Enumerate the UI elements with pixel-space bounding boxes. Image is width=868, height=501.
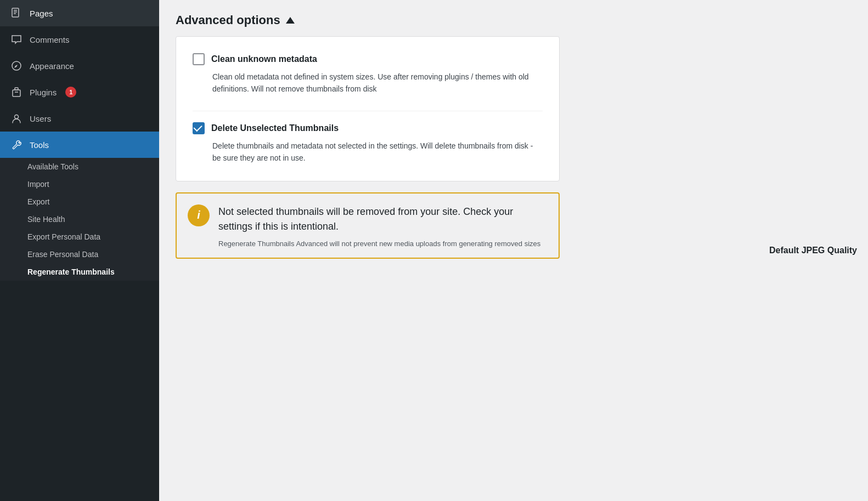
plugins-icon [10,86,23,99]
clean-metadata-description: Clean old metadata not defined in system… [212,71,543,95]
option-delete-thumbnails: Delete Unselected Thumbnails Delete thum… [193,122,543,164]
sidebar-item-tools-label: Tools [30,140,49,150]
warning-box: i Not selected thumbnails will be remove… [176,192,560,259]
section-title: Advanced options [176,13,280,27]
tools-submenu: Available Tools Import Export Site Healt… [0,158,159,281]
sidebar-item-comments[interactable]: Comments [0,26,159,53]
sidebar-item-comments-label: Comments [30,35,70,44]
sidebar: Pages Comments Appearance Plugins 1 User… [0,0,159,501]
plugins-badge: 1 [65,87,76,98]
svg-rect-2 [14,12,17,13]
comments-icon [10,33,23,46]
warning-main-text: Not selected thumbnails will be removed … [218,204,548,234]
submenu-export-personal-data[interactable]: Export Personal Data [0,228,159,246]
submenu-export[interactable]: Export [0,193,159,210]
option-delete-thumbnails-header: Delete Unselected Thumbnails [193,122,543,134]
submenu-erase-personal-data[interactable]: Erase Personal Data [0,246,159,263]
option-clean-metadata-header: Clean unknown metadata [193,53,543,65]
sidebar-item-appearance[interactable]: Appearance [0,53,159,79]
submenu-available-tools[interactable]: Available Tools [0,158,159,175]
pages-icon [10,7,23,20]
section-header: Advanced options [176,13,852,27]
sidebar-item-pages[interactable]: Pages [0,0,159,26]
sidebar-item-users-label: Users [30,114,51,123]
clean-metadata-checkbox[interactable] [193,53,205,65]
svg-rect-1 [14,10,17,11]
warning-sub-text: Regenerate Thumbnails Advanced will not … [218,238,548,249]
sidebar-item-pages-label: Pages [30,9,53,18]
users-icon [10,112,23,125]
delete-thumbnails-checkbox[interactable] [193,122,205,134]
sidebar-item-users[interactable]: Users [0,105,159,132]
delete-thumbnails-title: Delete Unselected Thumbnails [211,123,339,133]
svg-rect-5 [13,90,20,96]
svg-point-7 [15,115,19,119]
submenu-regenerate-thumbnails[interactable]: Regenerate Thumbnails [0,263,159,281]
submenu-import[interactable]: Import [0,175,159,193]
sidebar-item-plugins-label: Plugins [30,88,57,97]
main-content: Advanced options Clean unknown metadata … [159,0,868,501]
sidebar-item-tools[interactable]: Tools [0,132,159,158]
sidebar-item-appearance-label: Appearance [30,61,74,71]
submenu-site-health[interactable]: Site Health [0,210,159,228]
options-box: Clean unknown metadata Clean old metadat… [176,36,560,181]
svg-rect-3 [14,13,16,14]
warning-content: Not selected thumbnails will be removed … [218,204,548,249]
warning-info-icon: i [188,204,210,226]
option-clean-metadata: Clean unknown metadata Clean old metadat… [193,53,543,95]
tools-icon [10,138,23,151]
options-divider [193,111,543,111]
delete-thumbnails-description: Delete thumbnails and metadata not selec… [212,140,543,164]
collapse-arrow-icon[interactable] [286,17,295,24]
appearance-icon [10,59,23,72]
right-panel-label: Default JPEG Quality [769,246,857,255]
sidebar-item-plugins[interactable]: Plugins 1 [0,79,159,105]
clean-metadata-title: Clean unknown metadata [211,54,317,64]
svg-rect-0 [12,8,19,17]
